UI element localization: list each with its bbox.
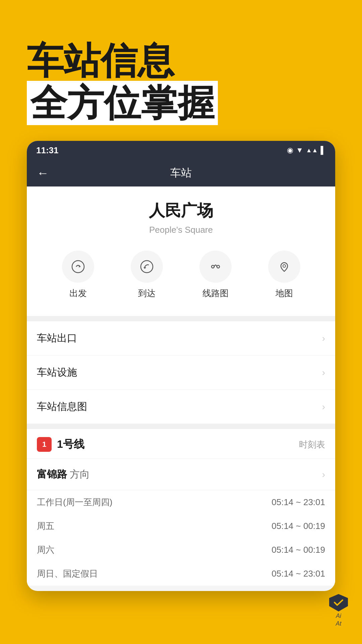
station-name-chinese: 人民广场 [37, 200, 325, 221]
action-buttons-row: 出发 到达 [37, 247, 325, 306]
status-time: 11:31 [36, 145, 59, 156]
arrive-icon [131, 251, 163, 283]
map-button[interactable]: 地图 [268, 251, 300, 299]
schedule-time-0: 05:14 ~ 23:01 [272, 497, 325, 507]
route-map-label: 线路图 [202, 287, 229, 299]
route-map-button[interactable]: 线路图 [199, 251, 232, 299]
transit-section: 1 1号线 时刻表 富锦路 方向 › 工作日(周一至周四) 05:14 ~ 23… [27, 429, 335, 586]
facilities-label: 车站设施 [37, 366, 77, 379]
map-label: 地图 [276, 287, 293, 299]
watermark-at-text: At [336, 620, 341, 627]
shield-logo-icon [328, 593, 349, 612]
route-map-icon [199, 251, 232, 283]
station-name-english: People's Square [37, 225, 325, 235]
svg-point-2 [212, 265, 214, 268]
direction-row[interactable]: 富锦路 方向 › [27, 459, 335, 490]
svg-point-4 [283, 265, 286, 267]
facilities-chevron-icon: › [322, 367, 325, 378]
schedule-day-2: 周六 [37, 544, 54, 556]
depart-label: 出发 [69, 287, 87, 299]
arrive-button[interactable]: 到达 [131, 251, 163, 299]
back-button[interactable]: ← [37, 166, 49, 180]
schedule-row-1: 周五 05:14 ~ 00:19 [27, 514, 335, 538]
transit-line-info: 1 1号线 [37, 437, 84, 452]
hero-title-2: 全方位掌握 [27, 81, 218, 125]
wifi-icon: ▼ [296, 146, 303, 155]
schedule-row-2: 周六 05:14 ~ 00:19 [27, 538, 335, 562]
line-name: 1号线 [57, 437, 84, 452]
svg-point-1 [141, 261, 153, 273]
notification-icon: ◉ [287, 146, 293, 155]
svg-point-3 [217, 265, 220, 268]
depart-icon [62, 251, 94, 283]
direction-suffix: 方向 [70, 469, 90, 480]
direction-station: 富锦路 [37, 469, 67, 480]
status-icons: ◉ ▼ ▲▲ ▌ [287, 146, 326, 155]
header-title: 车站 [170, 166, 192, 180]
transit-header: 1 1号线 时刻表 [27, 429, 335, 459]
schedule-row-0: 工作日(周一至周四) 05:14 ~ 23:01 [27, 490, 335, 514]
hero-section: 车站信息 全方位掌握 [0, 0, 362, 145]
exit-chevron-icon: › [322, 333, 325, 344]
info-map-list-item[interactable]: 车站信息图 › [27, 390, 335, 424]
schedule-time-3: 05:14 ~ 23:01 [272, 569, 325, 579]
watermark-ai-text: Ai [336, 612, 341, 620]
direction-chevron-icon: › [322, 469, 325, 480]
schedule-row-3: 周日、国定假日 05:14 ~ 23:01 [27, 562, 335, 586]
schedule-time-1: 05:14 ~ 00:19 [272, 521, 325, 531]
content-area: 人民广场 People's Square 出发 [27, 186, 335, 586]
direction-label: 富锦路 方向 [37, 468, 90, 481]
schedule-day-1: 周五 [37, 520, 54, 532]
facilities-list-item[interactable]: 车站设施 › [27, 356, 335, 390]
station-section: 人民广场 People's Square 出发 [27, 186, 335, 316]
info-map-chevron-icon: › [322, 401, 325, 412]
status-bar: 11:31 ◉ ▼ ▲▲ ▌ [27, 141, 335, 160]
schedule-time-2: 05:14 ~ 00:19 [272, 545, 325, 555]
arrive-label: 到达 [138, 287, 156, 299]
map-icon [268, 251, 300, 283]
schedule-link[interactable]: 时刻表 [299, 439, 325, 450]
svg-point-0 [72, 261, 84, 273]
exit-label: 车站出口 [37, 331, 77, 345]
watermark: Ai At [328, 593, 349, 627]
station-list-section: 车站出口 › 车站设施 › 车站信息图 › [27, 321, 335, 424]
hero-title-1: 车站信息 [27, 40, 335, 81]
schedule-day-0: 工作日(周一至周四) [37, 496, 112, 508]
depart-button[interactable]: 出发 [62, 251, 94, 299]
signal-icon: ▲▲ [306, 147, 318, 154]
exit-list-item[interactable]: 车站出口 › [27, 321, 335, 356]
line-badge: 1 [37, 437, 52, 452]
battery-icon: ▌ [320, 146, 326, 155]
schedule-day-3: 周日、国定假日 [37, 568, 98, 580]
app-header: ← 车站 [27, 160, 335, 186]
info-map-label: 车站信息图 [37, 400, 87, 414]
phone-mockup: 11:31 ◉ ▼ ▲▲ ▌ ← 车站 人民广场 People's Square [27, 141, 335, 591]
